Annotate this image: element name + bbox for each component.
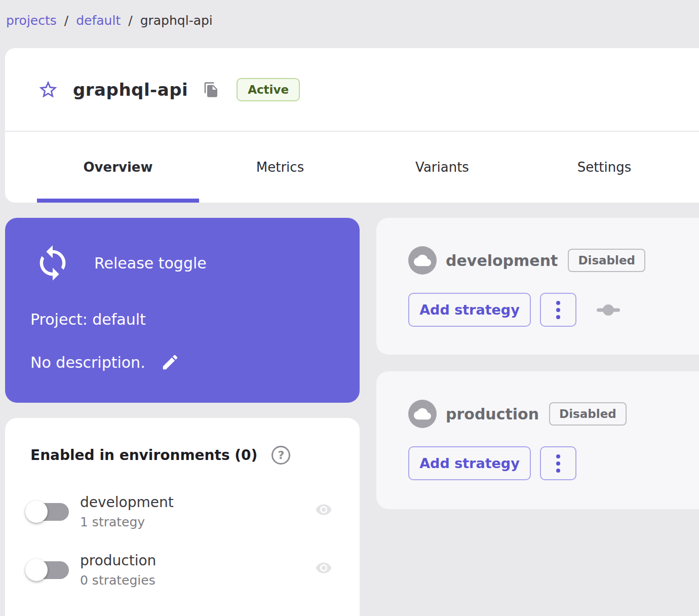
active-tab-indicator (37, 199, 199, 203)
breadcrumb-link-projects[interactable]: projects (6, 13, 57, 28)
tab-overview-label: Overview (83, 160, 152, 175)
toggle-thumb (25, 559, 48, 581)
environment-row-development: development 1 strategy (5, 494, 360, 529)
feature-type-card: Release toggle Project: default No descr… (5, 218, 360, 403)
development-toggle-switch[interactable] (24, 500, 70, 523)
cloud-icon (408, 400, 437, 428)
breadcrumb-current: graphql-api (140, 13, 213, 28)
loop-icon (33, 242, 72, 284)
more-options-button[interactable] (540, 446, 576, 480)
tab-bar: Overview Metrics Variants Settings (5, 132, 699, 203)
development-environment-card: development Disabled Add strategy (376, 218, 699, 355)
tab-settings[interactable]: Settings (523, 132, 685, 203)
environment-name: development (80, 494, 174, 511)
edit-description-icon[interactable] (161, 353, 180, 372)
breadcrumb-link-default[interactable]: default (76, 13, 121, 28)
add-strategy-button[interactable]: Add strategy (408, 446, 531, 480)
add-strategy-button[interactable]: Add strategy (408, 293, 531, 327)
enabled-environments-heading: Enabled in environments (0) (30, 447, 257, 464)
help-icon[interactable]: ? (271, 446, 290, 465)
page: projects / default / graphql-api graphql… (0, 0, 699, 616)
slider-icon (597, 303, 620, 317)
environment-row-production: production 0 strategies (5, 552, 360, 588)
eye-icon[interactable] (312, 501, 335, 518)
environment-card-title: production (446, 405, 539, 423)
feature-header-card: graphql-api Active Overview Metrics Vari… (5, 48, 699, 203)
production-environment-card: production Disabled Add strategy (376, 371, 699, 509)
tab-overview[interactable]: Overview (37, 132, 199, 203)
breadcrumb: projects / default / graphql-api (6, 13, 213, 28)
disabled-badge: Disabled (549, 402, 627, 426)
kebab-dot (556, 469, 560, 473)
kebab-dot (556, 461, 560, 466)
description-label: No description. (30, 354, 145, 371)
feature-type-label: Release toggle (94, 254, 207, 272)
breadcrumb-separator: / (64, 13, 68, 28)
copy-icon[interactable] (203, 82, 219, 98)
cloud-icon (408, 246, 437, 275)
tab-metrics[interactable]: Metrics (199, 132, 361, 203)
kebab-dot (556, 301, 560, 305)
breadcrumb-separator: / (128, 13, 132, 28)
toggle-thumb (25, 500, 48, 523)
environment-strategy-count: 1 strategy (80, 515, 174, 529)
production-toggle-switch[interactable] (24, 558, 70, 582)
feature-title: graphql-api (73, 80, 188, 100)
status-badge: Active (237, 78, 300, 101)
tab-variants[interactable]: Variants (361, 132, 523, 203)
environment-strategy-count: 0 strategies (80, 573, 156, 588)
tab-variants-label: Variants (415, 160, 469, 175)
kebab-dot (556, 308, 560, 312)
tab-metrics-label: Metrics (256, 160, 304, 175)
environment-name: production (80, 552, 156, 569)
feature-title-row: graphql-api Active (5, 48, 699, 131)
favorite-star-icon[interactable] (37, 79, 59, 100)
tab-settings-label: Settings (577, 160, 632, 175)
project-label: Project: default (30, 311, 146, 328)
more-options-button[interactable] (540, 293, 576, 327)
kebab-dot (556, 315, 560, 319)
eye-icon[interactable] (312, 559, 335, 576)
disabled-badge: Disabled (568, 249, 645, 272)
environment-card-title: development (446, 252, 558, 270)
kebab-dot (556, 454, 560, 458)
enabled-environments-card: Enabled in environments (0) ? developmen… (5, 418, 360, 616)
